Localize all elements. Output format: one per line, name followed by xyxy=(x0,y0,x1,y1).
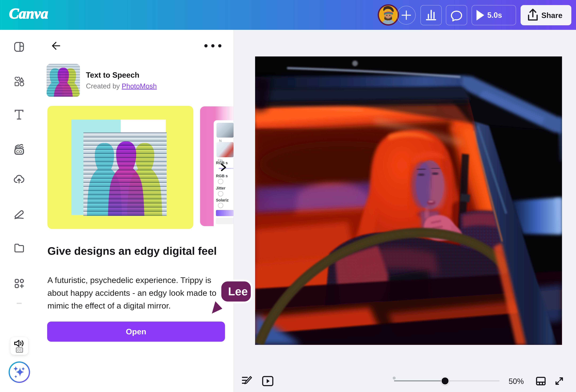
svg-text:CO: CO xyxy=(16,149,22,154)
svg-text:Canva: Canva xyxy=(9,5,48,22)
svg-text:CC: CC xyxy=(17,348,22,352)
svg-text:Lee: Lee xyxy=(228,285,248,298)
